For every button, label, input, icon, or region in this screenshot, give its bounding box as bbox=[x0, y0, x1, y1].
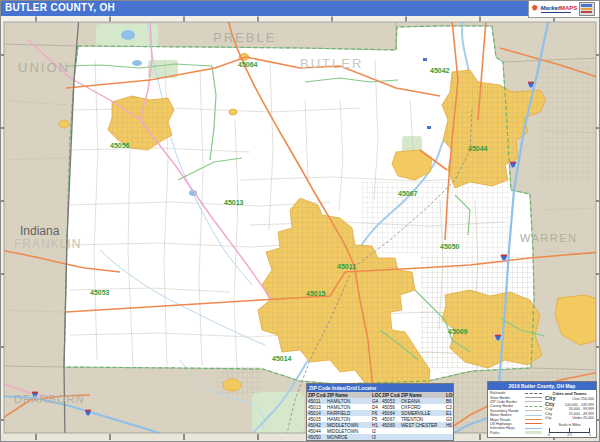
county-label-franklin: FRANKLIN bbox=[14, 237, 81, 251]
zip-label-45064: 45064 bbox=[238, 61, 258, 68]
zip-label-45044: 45044 bbox=[468, 145, 488, 152]
brand-logo: ✹ MarketMAPS bbox=[528, 0, 600, 18]
legend-title: 2016 Butler County, OH Map bbox=[488, 382, 596, 390]
page-title: BUTLER COUNTY, OH bbox=[5, 2, 115, 13]
zip-label-45015: 45015 bbox=[306, 290, 326, 297]
title-bar: BUTLER COUNTY, OH bbox=[0, 0, 528, 16]
state-label-indiana: Indiana bbox=[20, 224, 60, 238]
county-label-preble: PREBLE bbox=[213, 30, 276, 45]
logo-brand-text: MarketMAPS bbox=[541, 5, 578, 11]
map-content: UNION PREBLE BUTLER FRANKLIN WARREN DEAR… bbox=[0, 16, 600, 442]
table-row: 45050MONROEI3 bbox=[307, 434, 453, 440]
zip-label-45053: 45053 bbox=[90, 289, 110, 296]
county-label-union: UNION bbox=[18, 60, 70, 75]
butler-county-map-page: { "title_bar": { "title": "BUTLER COUNTY… bbox=[0, 0, 600, 442]
zip-label-45013: 45013 bbox=[224, 199, 244, 206]
railroad-line-sample bbox=[525, 393, 542, 394]
us-highway-sample bbox=[525, 423, 542, 424]
interstate-sample bbox=[525, 428, 542, 429]
county-label-warren: WARREN bbox=[520, 232, 577, 244]
county-border-sample bbox=[525, 406, 542, 407]
map-canvas: UNION PREBLE BUTLER FRANKLIN WARREN DEAR… bbox=[0, 0, 600, 442]
zip-label-45042: 45042 bbox=[430, 67, 450, 74]
state-border-sample bbox=[525, 397, 542, 398]
park-sample bbox=[525, 431, 542, 434]
county-label-dearborn: DEARBORN bbox=[14, 393, 84, 405]
county-label-butler: BUTLER bbox=[300, 56, 363, 71]
water-sample bbox=[525, 415, 542, 416]
logo-map-thumbnail-icon bbox=[579, 2, 595, 16]
logo-star-icon: ✹ bbox=[531, 4, 539, 13]
zip-table-title: ZIP Code Index/Grid Locator bbox=[307, 384, 453, 392]
scale-bar: Scale in Miles 0 2.5 5 bbox=[545, 423, 594, 437]
zip-border-sample bbox=[525, 401, 542, 402]
zip-label-45056: 45056 bbox=[110, 142, 130, 149]
zip-label-45069: 45069 bbox=[448, 328, 468, 335]
legend-cities-panel: Cities and Towns CityOver 250,000 City10… bbox=[545, 391, 594, 437]
zip-label-45050: 45050 bbox=[440, 243, 460, 250]
zip-label-45014: 45014 bbox=[272, 355, 292, 362]
logo-rule bbox=[541, 12, 571, 13]
secondary-road-sample bbox=[525, 410, 542, 411]
zip-label-45011: 45011 bbox=[337, 263, 356, 270]
major-road-sample bbox=[525, 419, 542, 420]
zip-index-table: ZIP Code Index/Grid Locator ZIP Code ZIP… bbox=[306, 383, 454, 441]
zip-label-45067: 45067 bbox=[398, 190, 418, 197]
map-legend: 2016 Butler County, OH Map Railroads Sta… bbox=[487, 381, 597, 438]
legend-symbol-list: Railroads State Border ZIP Code Border C… bbox=[490, 391, 542, 437]
